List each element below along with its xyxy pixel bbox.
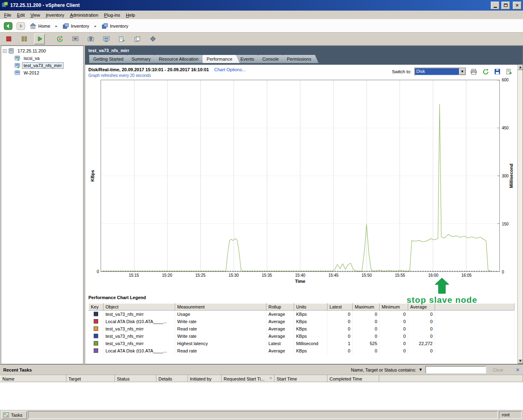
legend-col-latest[interactable]: Latest bbox=[327, 304, 353, 311]
save-button[interactable] bbox=[493, 67, 502, 76]
legend-measurement: Read rate bbox=[175, 347, 266, 354]
legend-col-maximum[interactable]: Maximum bbox=[353, 304, 380, 311]
forward-arrow-icon bbox=[16, 22, 25, 30]
back-button[interactable] bbox=[3, 22, 13, 31]
legend-col-measurement[interactable]: Measurement bbox=[175, 304, 266, 311]
legend-average: 22,272 bbox=[408, 340, 435, 347]
tab-console[interactable]: Console bbox=[258, 55, 286, 63]
left-axis-zero: 0 bbox=[97, 269, 99, 274]
chart-options-link[interactable]: Chart Options... bbox=[214, 67, 246, 72]
legend-row[interactable]: test_va73_nfs_mirr Highest latency Lates… bbox=[89, 340, 514, 347]
tasks-col-details[interactable]: Details bbox=[156, 376, 188, 382]
legend-row[interactable]: Local ATA Disk (t10.ATA____... Read rate… bbox=[89, 347, 514, 354]
save-icon bbox=[494, 69, 500, 74]
y-axis-tick-label: 600 bbox=[502, 78, 509, 82]
legend-col-key[interactable]: Key bbox=[89, 304, 103, 311]
menu-plugins[interactable]: Plug-ins bbox=[101, 11, 123, 19]
breadcrumb-inventory[interactable]: Inventory bbox=[62, 22, 90, 30]
legend-measurement: Write rate bbox=[175, 318, 266, 325]
tab-permissions[interactable]: Permissions bbox=[283, 55, 319, 63]
dropdown-arrow-icon[interactable]: ▼ bbox=[459, 68, 466, 75]
reset-button[interactable] bbox=[55, 34, 65, 44]
tasks-col-target[interactable]: Target bbox=[66, 376, 115, 382]
chart-title-block: Disk/Real-time, 20.09.2017 15:10:01 - 20… bbox=[88, 67, 246, 78]
minimize-button[interactable] bbox=[491, 2, 499, 9]
performance-chart-plot[interactable] bbox=[101, 80, 500, 272]
menu-file[interactable]: File bbox=[1, 11, 14, 19]
tree-item-host[interactable]: − 172.25.11.200 bbox=[2, 47, 82, 55]
breadcrumb-inventory-2[interactable]: Inventory bbox=[101, 22, 130, 30]
tasks-col-initiated-by[interactable]: Initiated by bbox=[188, 376, 222, 382]
take-snapshot-button[interactable] bbox=[86, 34, 96, 44]
legend-object: test_va73_nfs_mirr bbox=[103, 325, 175, 332]
chart-svg bbox=[101, 80, 499, 271]
legend-minimum: 0 bbox=[380, 332, 408, 340]
menu-view[interactable]: View bbox=[28, 11, 43, 19]
switch-to-dropdown[interactable]: Disk ▼ bbox=[414, 68, 466, 76]
close-button[interactable]: ✕ bbox=[513, 2, 521, 9]
legend-col-object[interactable]: Object bbox=[103, 304, 175, 311]
switch-to-value: Disk bbox=[415, 68, 459, 75]
tasks-col-name[interactable]: Name bbox=[0, 376, 66, 382]
migrate-button[interactable] bbox=[116, 34, 127, 44]
suspend-button[interactable] bbox=[19, 34, 29, 44]
tasks-icon bbox=[3, 412, 9, 418]
tab-summary[interactable]: Summary bbox=[127, 55, 158, 63]
tab-getting-started[interactable]: Getting Started bbox=[89, 55, 131, 63]
clone-button[interactable] bbox=[132, 34, 143, 44]
tree-item-vm[interactable]: iscsi_va bbox=[14, 55, 82, 62]
left-axis-title: KBps bbox=[90, 170, 95, 182]
menu-help[interactable]: Help bbox=[123, 11, 138, 19]
edit-settings-button[interactable] bbox=[147, 34, 158, 44]
print-button[interactable] bbox=[469, 67, 478, 76]
scroll-up-icon[interactable]: ▲ bbox=[518, 65, 523, 70]
tasks-table: Name Target Status Details Initiated by … bbox=[0, 375, 523, 382]
entity-panel: test_va73_nfs_mirr Getting Started Summa… bbox=[85, 46, 523, 364]
legend-cell-filler bbox=[435, 347, 514, 354]
tasks-toggle-button[interactable]: Tasks bbox=[1, 411, 27, 419]
tasks-col-requested-start[interactable]: Requested Start Ti...▽ bbox=[222, 376, 275, 382]
refresh-button[interactable] bbox=[481, 67, 490, 76]
power-off-button[interactable] bbox=[3, 34, 14, 44]
tab-events[interactable]: Events bbox=[236, 55, 262, 63]
y-axis-tick-label: 300 bbox=[502, 174, 509, 178]
tab-bar: Getting Started Summary Resource Allocat… bbox=[88, 55, 519, 63]
shutdown-guest-button[interactable] bbox=[70, 34, 81, 44]
menu-administration[interactable]: Administration bbox=[67, 11, 101, 19]
chart-header-controls: Switch to: Disk ▼ bbox=[392, 67, 514, 76]
export-button[interactable] bbox=[505, 67, 514, 76]
tasks-col-status[interactable]: Status bbox=[115, 376, 156, 382]
tab-performance[interactable]: Performance bbox=[202, 55, 240, 63]
tree-item-vm[interactable]: W-2012 bbox=[14, 69, 82, 77]
legend-col-units[interactable]: Units bbox=[294, 304, 327, 311]
open-console-button[interactable] bbox=[101, 34, 112, 44]
filter-dropdown-icon[interactable]: ▼ bbox=[418, 368, 422, 372]
menu-edit[interactable]: Edit bbox=[14, 11, 28, 19]
tasks-col-completed-time[interactable]: Completed Time bbox=[327, 376, 379, 382]
chart-refresh-note: Graph refreshes every 20 seconds bbox=[88, 73, 246, 78]
tab-resource-allocation[interactable]: Resource Allocation bbox=[155, 55, 206, 63]
power-on-button[interactable] bbox=[34, 34, 45, 44]
legend-col-rollup[interactable]: Rollup bbox=[266, 304, 294, 311]
task-filter-input[interactable] bbox=[425, 366, 486, 374]
legend-row[interactable]: test_va73_nfs_mirr Usage Average KBps 0 … bbox=[89, 311, 514, 318]
series-color-chip bbox=[94, 341, 98, 346]
legend-row[interactable]: test_va73_nfs_mirr Write rate Average KB… bbox=[89, 332, 514, 340]
legend-rollup: Average bbox=[266, 347, 294, 354]
clear-filter-button[interactable]: Clear bbox=[489, 367, 508, 373]
legend-row[interactable]: test_va73_nfs_mirr Read rate Average KBp… bbox=[89, 325, 514, 332]
scroll-down-icon[interactable]: ▼ bbox=[518, 359, 523, 364]
legend-row[interactable]: Local ATA Disk (t10.ATA____... Write rat… bbox=[89, 318, 514, 325]
chart-area: KBps 0 Millisecond 0150300450600 bbox=[88, 80, 523, 272]
tasks-col-start-time[interactable]: Start Time bbox=[275, 376, 327, 382]
legend-measurement: Usage bbox=[175, 311, 266, 318]
breadcrumb-home[interactable]: Home bbox=[29, 22, 51, 30]
x-axis-tick-label: 15:30 bbox=[229, 273, 239, 278]
restore-button[interactable] bbox=[501, 2, 510, 9]
collapse-icon[interactable]: − bbox=[3, 49, 7, 53]
close-tasks-panel-icon[interactable]: ✕ bbox=[516, 367, 520, 373]
tree-item-vm[interactable]: test_va73_nfs_mirr bbox=[14, 62, 82, 69]
performance-scrollbar[interactable]: ▲ ▼ bbox=[517, 65, 523, 364]
forward-button[interactable] bbox=[16, 22, 26, 31]
menu-inventory[interactable]: Inventory bbox=[43, 11, 67, 19]
